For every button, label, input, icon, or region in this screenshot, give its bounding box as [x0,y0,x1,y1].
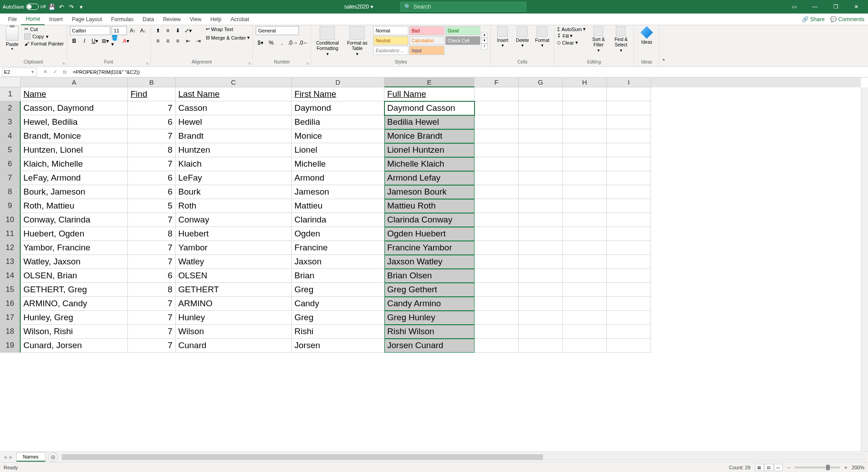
cell-B7[interactable]: 6 [128,171,176,185]
col-header-E[interactable]: E [384,77,475,87]
cell-G1[interactable] [519,87,563,101]
cell-G17[interactable] [519,311,563,325]
cell-A11[interactable]: Huebert, Ogden [21,227,128,241]
cell-G2[interactable] [519,101,563,115]
cell-F12[interactable] [475,241,519,255]
delete-cells-button[interactable]: Delete▾ [513,26,531,48]
cell-A13[interactable]: Watley, Jaxson [21,255,128,269]
style-calculation[interactable]: Calculation [409,36,444,45]
horizontal-scrollbar[interactable] [62,454,864,460]
cell-I4[interactable] [607,129,651,143]
cell-I18[interactable] [607,325,651,339]
cell-C18[interactable]: Wilson [176,325,292,339]
cell-E18[interactable]: Rishi Wilson [384,325,475,339]
decrease-font-button[interactable]: A↓ [139,26,148,35]
cell-I6[interactable] [607,157,651,171]
fill-button[interactable]: ↧Fill ▾ [557,33,586,39]
style-bad[interactable]: Bad [409,26,444,35]
row-header[interactable]: 10 [0,213,21,227]
cell-D13[interactable]: Jaxson [292,255,384,269]
cell-E2[interactable]: Daymond Casson [384,101,475,115]
cell-G19[interactable] [519,339,563,353]
col-header-B[interactable]: B [128,77,176,87]
cell-D6[interactable]: Michelle [292,157,384,171]
cell-A10[interactable]: Conway, Clarinda [21,213,128,227]
tab-page-layout[interactable]: Page Layout [67,14,106,25]
cell-G18[interactable] [519,325,563,339]
cell-G3[interactable] [519,115,563,129]
cell-I5[interactable] [607,143,651,157]
tab-insert[interactable]: Insert [45,14,67,25]
format-cells-button[interactable]: Format▾ [533,26,551,48]
cell-F2[interactable] [475,101,519,115]
cell-D8[interactable]: Jameson [292,185,384,199]
cell-B12[interactable]: 7 [128,241,176,255]
select-all-corner[interactable] [0,77,21,87]
col-header-A[interactable]: A [21,77,128,87]
cell-B13[interactable]: 7 [128,255,176,269]
cell-H17[interactable] [563,311,607,325]
number-format-select[interactable] [256,26,299,35]
cell-I17[interactable] [607,311,651,325]
cell-I8[interactable] [607,185,651,199]
cell-H10[interactable] [563,213,607,227]
spreadsheet-grid[interactable]: ABCDEFGHI 12345678910111213141516171819 … [0,77,868,451]
cell-G9[interactable] [519,199,563,213]
align-bottom-button[interactable]: ⬇ [173,26,182,35]
cells-area[interactable]: NameFindLast NameFirst NameFull NameCass… [21,87,861,451]
cell-H18[interactable] [563,325,607,339]
cell-B9[interactable]: 5 [128,199,176,213]
zoom-in-button[interactable]: + [844,465,847,470]
comma-format-button[interactable]: , [277,38,286,47]
font-color-button[interactable]: A▾ [122,36,131,45]
ribbon-display-icon[interactable]: ▭ [785,1,803,12]
tab-view[interactable]: View [185,14,206,25]
tab-next-icon[interactable]: ► [9,454,14,460]
cell-G14[interactable] [519,269,563,283]
wrap-text-button[interactable]: ↩Wrap Text [206,26,250,32]
font-name-select[interactable] [70,26,110,35]
paste-button[interactable]: Paste ▾ [3,26,22,51]
cell-I11[interactable] [607,227,651,241]
underline-button[interactable]: U▾ [90,36,99,45]
cell-F4[interactable] [475,129,519,143]
gallery-more-icon[interactable]: ▿ [481,44,488,50]
cell-G5[interactable] [519,143,563,157]
cell-B4[interactable]: 7 [128,129,176,143]
cell-D10[interactable]: Clarinda [292,213,384,227]
gallery-up-icon[interactable]: ▴ [481,32,488,38]
cell-H2[interactable] [563,101,607,115]
cell-D3[interactable]: Bedilia [292,115,384,129]
format-painter-button[interactable]: 🖌Format Painter [24,41,64,46]
cell-I10[interactable] [607,213,651,227]
normal-view-button[interactable]: ▦ [755,464,764,471]
style-normal[interactable]: Normal [373,26,408,35]
name-box[interactable]: E2▼ [2,68,37,77]
cell-I15[interactable] [607,283,651,297]
borders-button[interactable]: ⊞▾ [101,36,110,45]
cell-H14[interactable] [563,269,607,283]
cell-F14[interactable] [475,269,519,283]
cell-A3[interactable]: Hewel, Bedilia [21,115,128,129]
cell-H6[interactable] [563,157,607,171]
cell-I14[interactable] [607,269,651,283]
cell-G8[interactable] [519,185,563,199]
dialog-launcher-icon[interactable]: ↘ [145,61,149,65]
dialog-launcher-icon[interactable]: ↘ [306,61,309,65]
row-header[interactable]: 14 [0,269,21,283]
zoom-level[interactable]: 200% [852,465,864,470]
cell-I16[interactable] [607,297,651,311]
style-neutral[interactable]: Neutral [373,36,408,45]
style-input[interactable]: Input [409,46,444,55]
cell-C1[interactable]: Last Name [176,87,292,101]
cell-G4[interactable] [519,129,563,143]
cell-E4[interactable]: Monice Brandt [384,129,475,143]
cell-F5[interactable] [475,143,519,157]
cell-I9[interactable] [607,199,651,213]
tab-data[interactable]: Data [138,14,158,25]
cell-C10[interactable]: Conway [176,213,292,227]
cell-H3[interactable] [563,115,607,129]
cell-H1[interactable] [563,87,607,101]
cell-F3[interactable] [475,115,519,129]
row-header[interactable]: 3 [0,115,21,129]
